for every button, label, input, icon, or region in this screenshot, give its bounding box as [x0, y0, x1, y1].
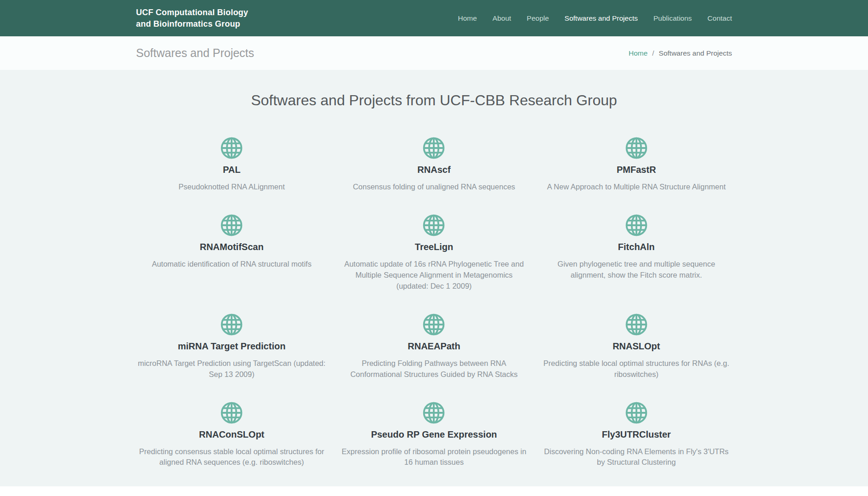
project-card: RNAEAPath Predicting Folding Pathways be…	[338, 312, 529, 380]
bottom-strip	[0, 486, 868, 496]
project-title[interactable]: RNASLOpt	[541, 341, 732, 352]
project-card: PMFastR A New Approach to Multiple RNA S…	[541, 136, 732, 193]
project-description: Discovering Non-coding RNA Elements in F…	[541, 446, 732, 468]
brand-logo[interactable]: UCF Computational Biology and Bioinforma…	[136, 7, 248, 29]
project-title[interactable]: TreeLign	[338, 242, 529, 252]
globe-icon	[219, 136, 244, 160]
globe-icon	[624, 312, 649, 337]
nav-menu: HomeAboutPeopleSoftwares and ProjectsPub…	[458, 14, 732, 23]
breadcrumb: Home / Softwares and Projects	[629, 49, 732, 57]
project-description: Automatic identification of RNA structur…	[136, 259, 327, 270]
brand-line2: and Bioinformatics Group	[136, 19, 240, 29]
project-card: Pseudo RP Gene Expression Expression pro…	[338, 400, 529, 468]
project-description: Pseudoknotted RNA ALignment	[136, 182, 327, 193]
projects-grid: PAL Pseudoknotted RNA ALignment RNAscf C…	[136, 136, 732, 468]
breadcrumb-bar: Softwares and Projects Home / Softwares …	[0, 36, 868, 70]
top-navbar: UCF Computational Biology and Bioinforma…	[0, 0, 868, 36]
breadcrumb-home-link[interactable]: Home	[629, 49, 647, 57]
project-card: PAL Pseudoknotted RNA ALignment	[136, 136, 327, 193]
globe-icon	[219, 312, 244, 337]
project-title[interactable]: PMFastR	[541, 165, 732, 175]
project-title[interactable]: RNAEAPath	[338, 341, 529, 352]
globe-icon	[421, 400, 446, 425]
project-description: microRNA Target Prediction using TargetS…	[136, 358, 327, 380]
project-description: Consensus folding of unaligned RNA seque…	[338, 182, 529, 193]
nav-item-about[interactable]: About	[493, 14, 511, 23]
project-description: Predicting stable local optimal structur…	[541, 358, 732, 380]
project-description: Predicting consensus stable local optima…	[136, 446, 327, 468]
nav-item-people[interactable]: People	[527, 14, 549, 23]
globe-icon	[219, 213, 244, 238]
project-card: RNAConSLOpt Predicting consensus stable …	[136, 400, 327, 468]
nav-item-contact[interactable]: Contact	[708, 14, 732, 23]
project-title[interactable]: RNAConSLOpt	[136, 429, 327, 440]
project-card: RNAscf Consensus folding of unaligned RN…	[338, 136, 529, 193]
nav-item-home[interactable]: Home	[458, 14, 477, 23]
project-card: TreeLign Automatic update of 16s rRNA Ph…	[338, 213, 529, 292]
project-title[interactable]: RNAscf	[338, 165, 529, 175]
project-card: FitchAln Given phylogenetic tree and mul…	[541, 213, 732, 292]
nav-item-publications[interactable]: Publications	[653, 14, 692, 23]
globe-icon	[421, 213, 446, 238]
globe-icon	[421, 136, 446, 160]
globe-icon	[624, 136, 649, 160]
nav-item-softwares-and-projects[interactable]: Softwares and Projects	[565, 14, 638, 23]
globe-icon	[624, 213, 649, 238]
main-section: Softwares and Projects from UCF-CBB Rese…	[0, 70, 868, 486]
project-card: RNASLOpt Predicting stable local optimal…	[541, 312, 732, 380]
globe-icon	[219, 400, 244, 425]
globe-icon	[624, 400, 649, 425]
breadcrumb-current: Softwares and Projects	[659, 49, 732, 57]
project-description: A New Approach to Multiple RNA Structure…	[541, 182, 732, 193]
project-title[interactable]: RNAMotifScan	[136, 242, 327, 252]
project-description: Predicting Folding Pathways between RNA …	[338, 358, 529, 380]
project-title[interactable]: Pseudo RP Gene Expression	[338, 429, 529, 440]
brand-line1: UCF Computational Biology	[136, 8, 248, 17]
globe-icon	[421, 312, 446, 337]
project-description: Expression profile of ribosomal protein …	[338, 446, 529, 468]
project-description: Given phylogenetic tree and multiple seq…	[541, 259, 732, 281]
project-title[interactable]: PAL	[136, 165, 327, 175]
project-card: miRNA Target Prediction microRNA Target …	[136, 312, 327, 380]
project-title[interactable]: miRNA Target Prediction	[136, 341, 327, 352]
project-card: RNAMotifScan Automatic identification of…	[136, 213, 327, 292]
project-title[interactable]: Fly3UTRCluster	[541, 429, 732, 440]
section-heading: Softwares and Projects from UCF-CBB Rese…	[136, 92, 732, 109]
page-title: Softwares and Projects	[136, 46, 254, 60]
breadcrumb-separator: /	[652, 49, 654, 57]
project-card: Fly3UTRCluster Discovering Non-coding RN…	[541, 400, 732, 468]
project-description: Automatic update of 16s rRNA Phylogeneti…	[338, 259, 529, 292]
project-title[interactable]: FitchAln	[541, 242, 732, 252]
